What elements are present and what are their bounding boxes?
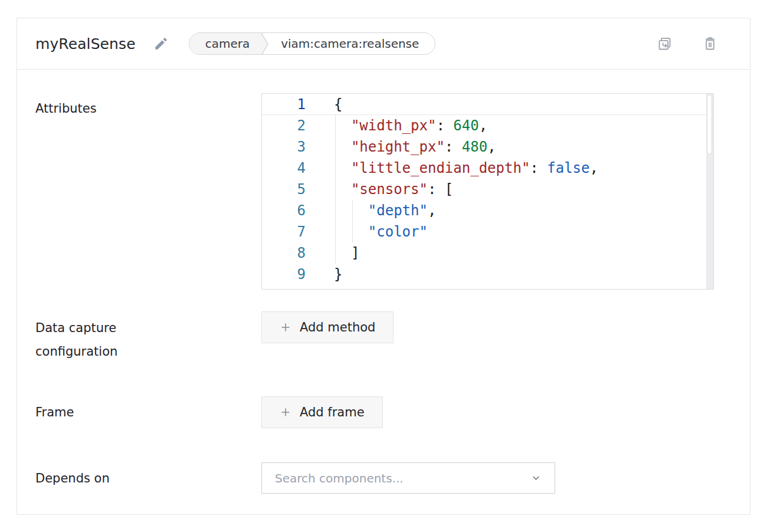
frame-row: Frame Add frame	[35, 396, 732, 428]
code-line-7[interactable]: 7 "color"	[262, 221, 713, 242]
component-type-chip: camera viam:camera:realsense	[189, 32, 436, 55]
indent-guide	[352, 200, 353, 242]
code-line-content: "little_endian_depth": false,	[306, 157, 598, 179]
line-number: 3	[262, 136, 306, 157]
chevron-down-icon	[530, 472, 542, 484]
component-header: myRealSense camera viam:camera:realsense	[17, 18, 750, 70]
attributes-json-editor[interactable]: 1{2 "width_px": 640,3 "height_px": 480,4…	[261, 93, 714, 290]
header-actions	[657, 36, 718, 52]
add-frame-button[interactable]: Add frame	[261, 396, 383, 428]
data-capture-label: Data capture configuration	[35, 311, 189, 363]
frame-label: Frame	[35, 405, 189, 419]
add-method-label: Add method	[300, 320, 375, 334]
code-line-4[interactable]: 4 "little_endian_depth": false,	[262, 157, 713, 179]
code-line-5[interactable]: 5 "sensors": [	[262, 179, 713, 200]
code-line-content: "sensors": [	[306, 179, 453, 200]
code-line-content: "depth",	[306, 200, 436, 221]
attributes-label: Attributes	[35, 93, 189, 290]
add-method-button[interactable]: Add method	[261, 311, 394, 343]
line-number: 7	[262, 221, 306, 242]
code-line-content: }	[306, 264, 342, 285]
indent-guide	[335, 115, 336, 264]
code-line-9[interactable]: 9}	[262, 264, 713, 285]
component-body: Attributes 1{2 "width_px": 640,3 "height…	[17, 70, 750, 515]
editor-scrollbar-thumb[interactable]	[707, 94, 712, 155]
code-line-content: {	[306, 94, 342, 115]
editor-lines: 1{2 "width_px": 640,3 "height_px": 480,4…	[262, 94, 713, 285]
rename-button[interactable]	[153, 36, 169, 51]
duplicate-button[interactable]	[657, 36, 673, 52]
depends-on-label: Depends on	[35, 471, 189, 485]
component-name: myRealSense	[35, 35, 136, 52]
code-line-content: "width_px": 640,	[306, 115, 487, 136]
line-number: 2	[262, 115, 306, 136]
line-number: 9	[262, 264, 306, 285]
trash-icon	[702, 36, 718, 52]
line-number: 5	[262, 179, 306, 200]
code-line-2[interactable]: 2 "width_px": 640,	[262, 115, 713, 136]
plus-icon	[280, 406, 291, 418]
code-line-3[interactable]: 3 "height_px": 480,	[262, 136, 713, 157]
attributes-row: Attributes 1{2 "width_px": 640,3 "height…	[35, 93, 732, 290]
add-frame-label: Add frame	[300, 405, 365, 419]
code-line-8[interactable]: 8 ]	[262, 242, 713, 264]
depends-on-select[interactable]: Search components...	[261, 462, 555, 494]
chip-category: camera	[189, 33, 262, 54]
plus-icon	[280, 321, 291, 333]
component-card: myRealSense camera viam:camera:realsense	[17, 18, 750, 515]
code-line-1[interactable]: 1{	[262, 94, 713, 115]
depends-on-row: Depends on Search components...	[35, 462, 732, 494]
line-number: 1	[262, 94, 306, 115]
line-number: 6	[262, 200, 306, 221]
delete-button[interactable]	[702, 36, 718, 52]
code-line-content: "color"	[306, 221, 428, 242]
chevron-right-icon	[261, 33, 270, 55]
editor-scrollbar[interactable]	[706, 94, 713, 289]
code-line-content: ]	[306, 242, 359, 264]
code-line-content: "height_px": 480,	[306, 136, 496, 157]
line-number: 8	[262, 242, 306, 264]
duplicate-icon	[657, 36, 673, 52]
line-number: 4	[262, 157, 306, 179]
depends-on-placeholder: Search components...	[275, 471, 530, 485]
code-line-6[interactable]: 6 "depth",	[262, 200, 713, 221]
pencil-icon	[153, 36, 169, 51]
data-capture-row: Data capture configuration Add method	[35, 311, 732, 363]
chip-model: viam:camera:realsense	[270, 33, 435, 54]
